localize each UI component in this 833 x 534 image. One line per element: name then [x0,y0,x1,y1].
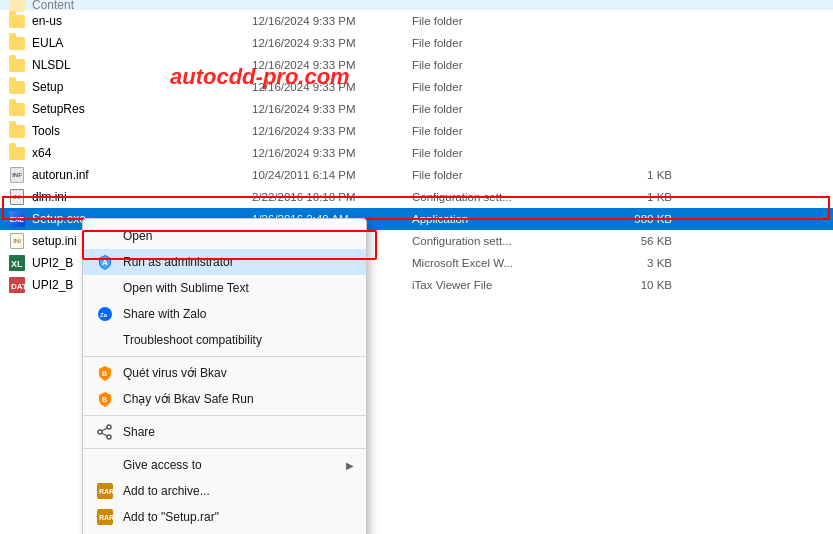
ctx-add-rar[interactable]: RAR Add to "Setup.rar" [83,504,366,530]
svg-line-12 [102,428,107,431]
ctx-bkav-safe-label: Chạy với Bkav Safe Run [123,392,354,406]
sublime-icon [95,278,115,298]
svg-text:B: B [102,396,107,403]
folder-icon [8,144,26,162]
bkav-shield-icon: B [95,363,115,383]
dat-file-icon: DAT [8,276,26,294]
folder-icon [8,78,26,96]
ini-file-icon: INI [8,188,26,206]
svg-text:XL: XL [11,259,23,269]
svg-text:RAR: RAR [99,488,113,495]
svg-text:DAT: DAT [11,282,25,291]
folder-icon [8,122,26,140]
svg-line-13 [102,433,107,436]
rar2-icon: RAR [95,507,115,527]
folder-icon [8,34,26,52]
give-access-icon [95,455,115,475]
ctx-open[interactable]: Open [83,223,366,249]
svg-text:Za: Za [100,312,108,318]
ctx-add-rar-label: Add to "Setup.rar" [123,510,354,524]
troubleshoot-icon [95,330,115,350]
file-row[interactable]: EULA 12/16/2024 9:33 PM File folder [0,32,833,54]
svg-point-10 [98,430,102,434]
svg-point-9 [107,425,111,429]
ctx-open-sublime-label: Open with Sublime Text [123,281,354,295]
ctx-compress-email[interactable]: RAR Compress and email... [83,530,366,534]
ctx-bkav-safe[interactable]: B Chạy với Bkav Safe Run [83,386,366,412]
ctx-troubleshoot-label: Troubleshoot compatibility [123,333,354,347]
file-row[interactable]: Setup 12/16/2024 9:33 PM File folder [0,76,833,98]
file-row[interactable]: Content [0,0,833,10]
ctx-open-sublime[interactable]: Open with Sublime Text [83,275,366,301]
xls-file-icon: XL [8,254,26,272]
ctx-share-zalo-label: Share with Zalo [123,307,354,321]
file-row[interactable]: SetupRes 12/16/2024 9:33 PM File folder [0,98,833,120]
ctx-run-as-admin[interactable]: A Run as administrator [83,249,366,275]
uac-shield-icon: A [95,252,115,272]
zalo-icon: Za [95,304,115,324]
explorer-area: Content en-us 12/16/2024 9:33 PM File fo… [0,0,833,534]
exe-file-icon: EXE [8,210,26,228]
context-menu: Open A Run as administrator Open with Su… [82,218,367,534]
ctx-share[interactable]: Share [83,419,366,445]
file-row[interactable]: INF autorun.inf 10/24/2011 6:14 PM File … [0,164,833,186]
ctx-bkav-scan-label: Quét virus với Bkav [123,366,354,380]
file-row[interactable]: en-us 12/16/2024 9:33 PM File folder [0,10,833,32]
ctx-share-zalo[interactable]: Za Share with Zalo [83,301,366,327]
file-row[interactable]: x64 12/16/2024 9:33 PM File folder [0,142,833,164]
ctx-separator [83,356,366,357]
ctx-troubleshoot[interactable]: Troubleshoot compatibility [83,327,366,353]
ctx-run-as-admin-label: Run as administrator [123,255,354,269]
svg-text:RAR: RAR [99,514,113,521]
file-row[interactable]: INI dlm.ini 2/22/2016 10:18 PM Configura… [0,186,833,208]
share-icon [95,422,115,442]
rar-icon: RAR [95,481,115,501]
svg-text:B: B [102,370,107,377]
folder-icon [8,100,26,118]
ctx-open-label: Open [123,229,354,243]
open-icon [95,226,115,246]
file-row[interactable]: Tools 12/16/2024 9:33 PM File folder [0,120,833,142]
ctx-separator [83,415,366,416]
file-row[interactable]: NLSDL 12/16/2024 9:33 PM File folder [0,54,833,76]
submenu-arrow: ▶ [346,460,354,471]
ctx-add-archive-label: Add to archive... [123,484,354,498]
svg-point-11 [107,435,111,439]
bkav-safe-icon: B [95,389,115,409]
ctx-give-access[interactable]: Give access to ▶ [83,452,366,478]
folder-icon [8,12,26,30]
ctx-bkav-scan[interactable]: B Quét virus với Bkav [83,360,366,386]
folder-icon [8,56,26,74]
ctx-add-archive[interactable]: RAR Add to archive... [83,478,366,504]
svg-text:A: A [102,258,108,267]
inf-file-icon: INF [8,166,26,184]
ctx-share-label: Share [123,425,354,439]
setup-ini-icon: INI [8,232,26,250]
ctx-give-access-label: Give access to [123,458,346,472]
ctx-separator [83,448,366,449]
